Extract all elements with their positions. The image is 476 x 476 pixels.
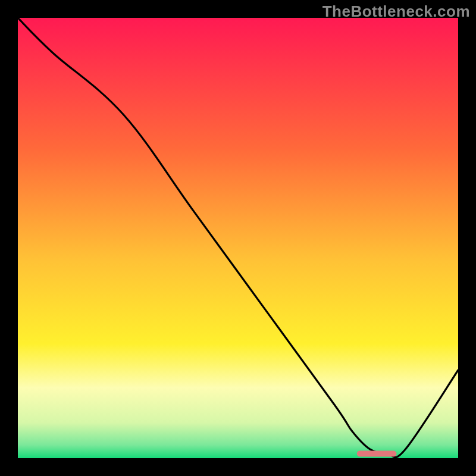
chart-container: TheBottleneck.com: [0, 0, 476, 476]
watermark-text: TheBottleneck.com: [322, 2, 470, 21]
gradient-background: [18, 18, 458, 458]
optimal-range-marker: [357, 451, 397, 457]
chart-svg: [18, 18, 458, 458]
plot-area: [18, 18, 458, 458]
